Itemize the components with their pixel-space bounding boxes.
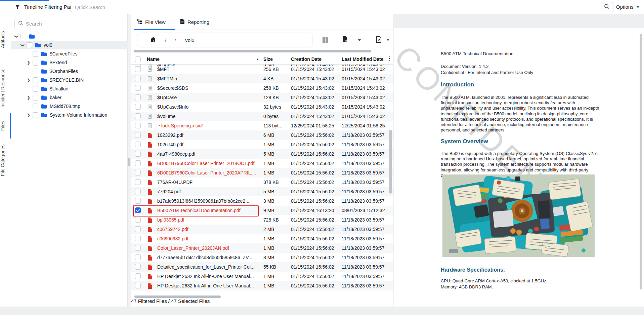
table-row[interactable]: c06759742.pdf 2 MB 01/15/2024 15:56:02 1…: [131, 225, 393, 234]
row-checkbox[interactable]: [135, 207, 141, 213]
table-row[interactable]: d777aaee5b1d4c1dbcd8db60d5859c86_ZV... 3…: [131, 253, 393, 262]
row-checkbox[interactable]: [135, 151, 141, 157]
row-checkbox[interactable]: [135, 123, 141, 128]
file-name-cell[interactable]: 4aa7-4980eep.pdf: [157, 149, 257, 159]
tree-item-system-volume-information[interactable]: ❯ System Volume Information: [11, 111, 128, 119]
table-vertical-scrollbar-thumb[interactable]: [389, 130, 392, 194]
row-checkbox[interactable]: [135, 189, 141, 194]
row-checkbox[interactable]: [135, 198, 141, 204]
tree-item-checkbox[interactable]: [33, 86, 38, 92]
table-row[interactable]: c06906932.pdf 1 MB 01/15/2024 15:56:02 1…: [131, 234, 393, 243]
table-row[interactable]: 779204.pdf 5 MB 01/15/2024 15:56:02 11/1…: [131, 187, 393, 196]
table-row[interactable]: 776AR-04U.PDF 378 KB 01/15/2024 15:56:02…: [131, 178, 393, 187]
tree-scrollbar-thumb[interactable]: [128, 158, 130, 166]
tab-file-view[interactable]: File View: [137, 14, 166, 30]
quick-search-button[interactable]: [600, 2, 613, 12]
sidebar-tab-incident-response[interactable]: Incident Response: [0, 61, 11, 115]
file-preview-icon[interactable]: [342, 36, 348, 44]
tree-item-checkbox[interactable]: [33, 51, 38, 57]
table-horizontal-scrollbar-top[interactable]: [134, 50, 371, 52]
column-header-size[interactable]: Size: [263, 56, 273, 62]
row-checkbox[interactable]: [135, 104, 141, 110]
tree-item-vol0[interactable]: ❯ vol0: [11, 41, 128, 49]
select-all-checkbox[interactable]: [135, 56, 141, 62]
file-name-cell[interactable]: HP Deskjet 2632 Ink All-in-One User Manu…: [157, 272, 257, 281]
file-name-cell[interactable]: Detailed_specification_for_Laser_Printer…: [157, 262, 257, 272]
table-row[interactable]: 1026740.pdf 1 MB 01/15/2024 15:56:02 11/…: [131, 140, 393, 149]
table-row[interactable]: Color_Laser_Printer_2020JAN.pdf 1 MB 01/…: [131, 243, 393, 253]
chevron-icon[interactable]: ❯: [26, 78, 31, 82]
row-checkbox[interactable]: [135, 283, 141, 288]
row-checkbox[interactable]: [135, 76, 141, 81]
chevron-icon[interactable]: ❯: [20, 42, 25, 48]
file-name-cell[interactable]: $Secure:$SDS: [157, 83, 257, 93]
table-row[interactable]: B500 ATM Technical Documentation.pdf 9 M…: [131, 206, 393, 215]
file-name-cell[interactable]: bpl03055.pdf: [157, 215, 257, 225]
tree-item-checkbox[interactable]: [33, 60, 38, 66]
tree-item--carvedfiles[interactable]: ❯ $CarvedFiles: [11, 49, 128, 58]
file-name-cell[interactable]: 1026740.pdf: [157, 140, 257, 149]
file-export-icon[interactable]: [376, 36, 382, 44]
table-row[interactable]: 1023292.pdf 6 MB 01/15/2024 15:56:02 11/…: [131, 130, 393, 140]
table-row[interactable]: .~lock.Spending.xlsx# 113 byt... 12/25/2…: [131, 121, 393, 130]
preview-scrollbar-thumb[interactable]: [640, 34, 642, 289]
file-name-cell[interactable]: 6D001B7960Color Laser Printer_2020APRIL.…: [157, 168, 257, 178]
file-name-cell[interactable]: Color_Laser_Printer_2020JAN.pdf: [157, 243, 257, 253]
grid-view-icon[interactable]: [323, 37, 328, 43]
row-checkbox[interactable]: [135, 264, 141, 270]
table-row[interactable]: Detailed_specification_for_Laser_Printer…: [131, 262, 393, 272]
home-icon[interactable]: [150, 37, 156, 43]
file-name-cell[interactable]: $Volume: [157, 112, 257, 121]
row-checkbox[interactable]: [135, 132, 141, 138]
tree-item--extend[interactable]: ❯ $Extend: [11, 58, 128, 67]
file-name-cell[interactable]: .~lock.Spending.xlsx#: [157, 121, 257, 130]
file-name-cell[interactable]: 1023292.pdf: [157, 130, 257, 140]
file-name-cell[interactable]: 779204.pdf: [157, 187, 257, 196]
tree-item--orphanfiles[interactable]: ❯ $OrphanFiles: [11, 67, 128, 76]
sidebar-tab-file-categories[interactable]: File Categories: [0, 139, 11, 181]
chevron-down-icon[interactable]: [358, 39, 361, 41]
chevron-icon[interactable]: ❯: [26, 95, 31, 100]
table-row[interactable]: $UpCase 128 KB 01/15/2024 15:43:02 01/15…: [131, 93, 393, 102]
row-checkbox[interactable]: [135, 160, 141, 166]
quick-search-input[interactable]: [71, 2, 600, 12]
file-name-cell[interactable]: 776AR-04U.PDF: [157, 178, 257, 187]
tree-search-input[interactable]: [26, 21, 121, 27]
tab-reporting[interactable]: Reporting: [180, 14, 209, 30]
table-row[interactable]: $Volume 0 bytes 01/15/2024 15:43:02 01/1…: [131, 112, 393, 121]
row-checkbox[interactable]: [135, 236, 141, 241]
tree-item--unalloc[interactable]: ❯ $Unalloc: [11, 84, 128, 93]
table-row[interactable]: 6D001B7960Color Laser Printer_2018OCT.pd…: [131, 159, 393, 168]
table-horizontal-scrollbar-bottom[interactable]: [134, 296, 221, 298]
chevron-icon[interactable]: ❯: [26, 113, 31, 117]
table-row[interactable]: $MFTMirr 4 KB 01/15/2024 15:43:02 01/15/…: [131, 74, 393, 83]
table-row[interactable]: 6D001B7960Color Laser Printer_2020APRIL.…: [131, 168, 393, 178]
tree-item-baker[interactable]: ❯ baker: [11, 93, 128, 102]
table-row[interactable]: $Secure:$SDS 258 KB 01/15/2024 15:43:02 …: [131, 83, 393, 93]
file-name-cell[interactable]: $UpCase: [157, 93, 257, 102]
row-checkbox[interactable]: [135, 273, 141, 279]
row-checkbox[interactable]: [135, 170, 141, 175]
row-checkbox[interactable]: [135, 217, 141, 223]
row-checkbox[interactable]: [135, 179, 141, 185]
table-row[interactable]: $MFT 256 KB 01/15/2024 15:43:02 01/15/20…: [131, 65, 393, 74]
file-name-cell[interactable]: B500 ATM Technical Documentation.pdf: [157, 206, 257, 215]
sidebar-tab-files[interactable]: Files: [0, 116, 11, 136]
row-checkbox[interactable]: [135, 254, 141, 260]
file-name-cell[interactable]: c06906932.pdf: [157, 234, 257, 243]
tree-item-checkbox[interactable]: [33, 112, 38, 118]
column-header-creation-date[interactable]: Creation Date: [291, 56, 321, 62]
file-name-cell[interactable]: $UpCase:$Info: [157, 102, 257, 112]
file-name-cell[interactable]: $MFT: [157, 65, 257, 74]
chevron-icon[interactable]: ❯: [14, 34, 19, 39]
table-row[interactable]: 4aa7-4980eep.pdf 5 MB 01/15/2024 15:56:0…: [131, 149, 393, 159]
file-name-cell[interactable]: c06759742.pdf: [157, 225, 257, 234]
table-row[interactable]: HP Deskjet 2632 Ink All-in-One User Manu…: [131, 281, 393, 290]
tree-item-checkbox[interactable]: [33, 77, 38, 83]
chevron-icon[interactable]: ❯: [26, 61, 31, 65]
sort-ascending-icon[interactable]: ▲: [256, 57, 259, 61]
file-name-cell[interactable]: b17afc95013f864f25909861a07bfb8c2ce2...: [157, 196, 257, 206]
table-row[interactable]: $UpCase:$Info 32 bytes 01/15/2024 15:43:…: [131, 102, 393, 112]
row-checkbox[interactable]: [135, 113, 141, 119]
chevron-down-icon[interactable]: [386, 39, 390, 41]
